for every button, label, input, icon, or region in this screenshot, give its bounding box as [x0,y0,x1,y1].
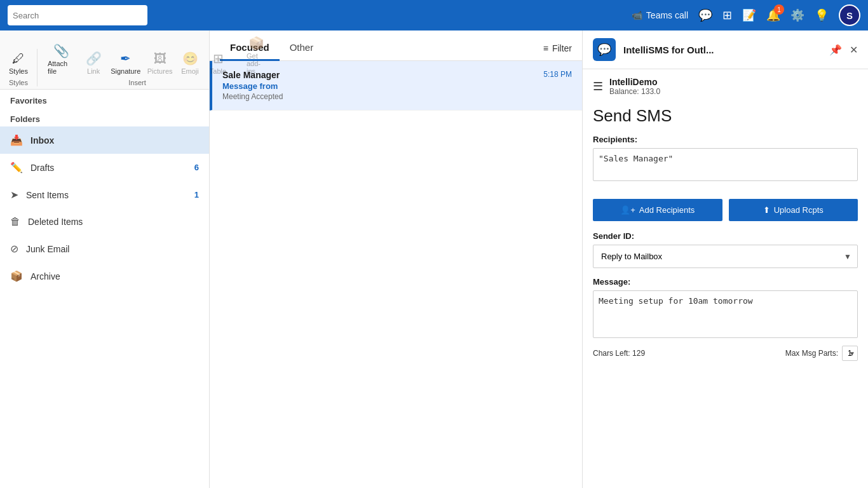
table-button[interactable]: ⊞ Table [205,48,231,78]
styles-group-label: Styles [5,79,32,86]
sent-label: Sent Items [26,190,187,200]
help-icon[interactable]: 💡 [815,8,829,22]
sidebar-item-drafts[interactable]: ✏️ Drafts 6 [0,154,209,181]
upload-icon: ⬆ [763,205,770,215]
table-label: Table [210,67,226,75]
message-input[interactable] [593,290,858,338]
pictures-button[interactable]: 🖼 Pictures [145,49,175,78]
email-time: 5:18 PM [543,70,572,101]
sent-count: 1 [194,190,199,200]
folders-section: Folders [0,108,209,126]
recipients-input[interactable] [593,148,858,181]
main-layout: 🖊 Styles Styles 📎 Attach file 🔗 Link [0,30,868,488]
junk-label: Junk Email [26,244,199,254]
panel-header: 💬 IntelliSMS for Outl... 📌 ✕ [583,30,868,69]
signature-label: Signature [111,67,140,75]
hamburger-button[interactable]: ☰ [593,79,603,93]
account-balance: Balance: 133.0 [609,87,660,96]
emoji-label: Emoji [181,67,199,75]
archive-label: Archive [31,271,199,281]
filter-label: Filter [552,43,572,53]
sidebar-item-inbox[interactable]: 📥 Inbox [0,126,209,154]
settings-icon[interactable]: ⚙️ [790,8,804,22]
signature-button[interactable]: ✒ Signature [109,48,142,78]
max-msg-parts-label: Max Msg Parts: [785,349,838,358]
panel-title: IntelliSMS for Outl... [623,44,822,55]
sidebar: 🖊 Styles Styles 📎 Attach file 🔗 Link [0,30,210,488]
sidebar-item-archive[interactable]: 📦 Archive [0,262,209,290]
compose-icon[interactable]: 📝 [742,8,756,22]
center-panel: Focused Other ≡ Filter Sale Manager Mess… [210,30,582,488]
avatar[interactable]: S [839,4,860,26]
email-sender: Sale Manager [222,70,543,80]
sidebar-item-deleted[interactable]: 🗑 Deleted Items [0,208,209,235]
panel-app-icon: 💬 [593,38,616,61]
email-list: Sale Manager Message from Meeting Accept… [210,61,582,488]
link-label: Link [87,67,100,75]
link-button[interactable]: 🔗 Link [81,48,106,78]
send-sms-title: Send SMS [593,106,858,126]
max-parts-wrapper: Max Msg Parts: 1 ▼ [785,346,858,361]
add-recipients-icon: 👤+ [620,205,635,215]
recipients-field: Recipients: [593,135,858,190]
sender-id-select[interactable]: Reply to Mailbox [593,245,858,268]
ribbon-group-styles: 🖊 Styles Styles [5,49,37,86]
account-info: IntelliDemo Balance: 133.0 [609,77,660,96]
email-preview: Meeting Accepted [222,92,543,101]
inbox-label: Inbox [31,135,199,146]
inbox-icon: 📥 [10,134,23,146]
attach-file-button[interactable]: 📎 Attach file [44,41,78,78]
filter-button[interactable]: ≡ Filter [543,43,572,53]
deleted-label: Deleted Items [28,217,199,227]
message-label: Message: [593,277,858,287]
pin-icon[interactable]: 📌 [829,44,842,56]
add-recipients-button[interactable]: 👤+ Add Recipients [593,199,722,221]
search-input[interactable] [8,5,147,25]
link-icon: 🔗 [86,51,102,66]
archive-icon: 📦 [10,270,23,282]
sidebar-item-sent[interactable]: ➤ Sent Items 1 [0,181,209,208]
teams-call-label: Teams call [646,10,688,20]
upload-rcpts-button[interactable]: ⬆ Upload Rcpts [729,199,858,221]
chat-icon[interactable]: 💬 [698,8,712,22]
attach-file-label: Attach file [48,60,74,75]
ribbon: 🖊 Styles Styles 📎 Attach file 🔗 Link [0,30,209,90]
add-recipients-label: Add Recipients [639,205,695,215]
ribbon-group-insert: 📎 Attach file 🔗 Link ✒ Signature 🖼 Pictu… [44,41,236,86]
top-bar-left [8,5,147,25]
upload-rcpts-label: Upload Rcpts [774,205,824,215]
insert-group-label: Insert [44,79,231,86]
pictures-icon: 🖼 [154,51,166,66]
close-panel-icon[interactable]: ✕ [850,44,858,56]
sender-id-wrapper: Reply to Mailbox ▼ [593,245,858,268]
apps-icon[interactable]: ⊞ [722,8,732,22]
signature-icon: ✒ [120,51,131,66]
recipients-label: Recipients: [593,135,858,144]
get-addins-label: Get add-ins [247,52,266,75]
ribbon-styles-button[interactable]: 🖊 Styles [5,49,32,78]
panel-content: ☰ IntelliDemo Balance: 133.0 Send SMS Re… [583,69,868,488]
emoji-button[interactable]: 😊 Emoji [177,48,203,78]
deleted-icon: 🗑 [10,216,20,227]
tab-other[interactable]: Other [280,36,324,61]
filter-icon: ≡ [543,43,548,53]
get-addins-button[interactable]: 📦 Get add-ins [243,33,270,78]
styles-label: Styles [9,67,28,75]
sidebar-item-junk[interactable]: ⊘ Junk Email [0,235,209,262]
chars-row: Chars Left: 129 Max Msg Parts: 1 ▼ [593,346,858,361]
emoji-icon: 😊 [182,51,198,66]
video-icon: 📹 [632,10,642,20]
account-name: IntelliDemo [609,77,660,87]
recipients-btn-row: 👤+ Add Recipients ⬆ Upload Rcpts [593,199,858,221]
styles-icon: 🖊 [12,51,25,66]
max-msg-parts-select[interactable]: 1 [842,346,858,361]
chars-left-label: Chars Left: 129 [593,349,645,358]
top-bar-right: 📹 Teams call 💬 ⊞ 📝 🔔 1 ⚙️ 💡 S [632,4,860,26]
email-subject: Message from [222,81,543,91]
teams-call-button[interactable]: 📹 Teams call [632,10,688,20]
intellisms-panel: 💬 IntelliSMS for Outl... 📌 ✕ ☰ IntelliDe… [582,30,868,488]
sender-id-field: Sender ID: Reply to Mailbox ▼ [593,231,858,268]
notifications-icon[interactable]: 🔔 1 [766,8,780,22]
drafts-label: Drafts [31,163,187,173]
junk-icon: ⊘ [10,243,18,255]
